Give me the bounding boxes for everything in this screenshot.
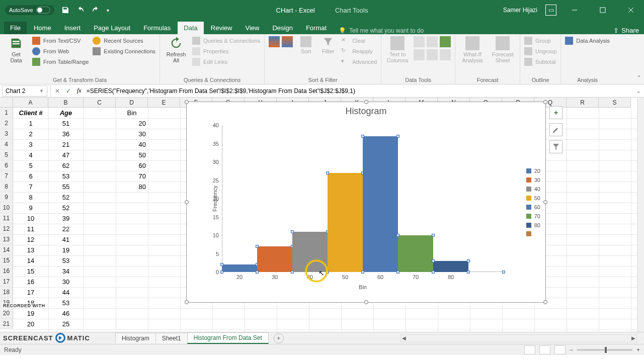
series-point[interactable] (432, 234, 435, 237)
zoom-in-button[interactable]: + (636, 346, 640, 353)
series-point[interactable] (396, 270, 399, 274)
tab-data[interactable]: Data (178, 22, 203, 34)
tab-view[interactable]: View (239, 22, 265, 34)
cell[interactable]: 41 (48, 234, 84, 245)
chart-bar[interactable] (433, 261, 468, 272)
data-model-icon[interactable] (440, 49, 451, 60)
share-button[interactable]: ⇪ Share (613, 27, 639, 34)
resize-handle[interactable] (185, 100, 189, 104)
legend-item[interactable]: 80 (526, 222, 540, 228)
cell[interactable]: 15 (13, 266, 48, 277)
remove-dup-icon[interactable] (427, 36, 438, 47)
cancel-formula-icon[interactable]: ✕ (52, 87, 63, 95)
cell[interactable]: 40 (116, 139, 148, 150)
sort-button[interactable]: Sort (297, 36, 315, 54)
chart-bar[interactable] (328, 173, 363, 272)
normal-view-button[interactable] (524, 345, 535, 354)
cell[interactable]: 20 (116, 118, 148, 129)
series-point[interactable] (291, 230, 294, 233)
legend-item[interactable]: 30 (526, 177, 540, 183)
cell[interactable]: 51 (48, 118, 84, 129)
series-point[interactable] (256, 245, 259, 248)
chart-elements-button[interactable]: + (549, 106, 562, 119)
name-box[interactable]: Chart 2 ▼ (2, 85, 47, 97)
legend-item[interactable]: 40 (526, 186, 540, 192)
data-val-icon[interactable] (440, 36, 451, 47)
cell[interactable]: 36 (48, 129, 84, 139)
legend-item[interactable]: 60 (526, 204, 540, 210)
chart-bar[interactable] (398, 235, 433, 272)
row-header[interactable]: 20 (0, 308, 13, 319)
legend-item[interactable]: 50 (526, 195, 540, 201)
cell[interactable]: 47 (48, 150, 84, 160)
cell[interactable]: 62 (48, 160, 84, 171)
cell[interactable]: 2 (13, 129, 48, 139)
legend-item[interactable] (526, 231, 540, 236)
tab-format[interactable]: Format (300, 22, 333, 34)
cell[interactable]: 13 (13, 245, 48, 255)
chart-title[interactable]: Histogram (187, 102, 545, 119)
close-button[interactable] (621, 0, 641, 20)
cell[interactable]: 44 (48, 287, 84, 298)
column-header[interactable]: D (116, 98, 148, 108)
tab-design[interactable]: Design (266, 22, 298, 34)
from-text-csv-button[interactable]: From Text/CSV (32, 36, 89, 45)
resize-handle[interactable] (364, 100, 368, 104)
tab-review[interactable]: Review (205, 22, 238, 34)
cell[interactable]: 14 (13, 255, 48, 266)
fx-icon[interactable]: fx (74, 87, 85, 95)
collapse-ribbon-icon[interactable]: ˄ (637, 74, 641, 82)
legend-item[interactable]: 70 (526, 213, 540, 219)
cell[interactable]: 1 (13, 118, 48, 129)
cell[interactable]: 10 (13, 213, 48, 224)
tab-page-layout[interactable]: Page Layout (88, 22, 136, 34)
column-header[interactable]: E (148, 98, 180, 108)
sheet-tab[interactable]: Histogram (115, 333, 156, 343)
sort-za-icon[interactable] (282, 36, 293, 47)
from-web-button[interactable]: From Web (32, 47, 89, 56)
cell[interactable]: 9 (13, 203, 48, 213)
cell[interactable]: Client # (13, 108, 48, 118)
row-header[interactable]: 1 (0, 108, 13, 118)
resize-handle[interactable] (185, 300, 189, 304)
formula-input[interactable]: =SERIES("Frequency",'Histogram From Data… (85, 87, 633, 95)
cell[interactable]: 60 (116, 160, 148, 171)
resize-handle[interactable] (543, 300, 547, 304)
undo-icon[interactable] (76, 6, 85, 14)
column-header[interactable]: B (48, 98, 84, 108)
series-point[interactable] (502, 270, 505, 274)
chevron-down-icon[interactable]: ▼ (39, 88, 44, 94)
cell[interactable]: 19 (48, 245, 84, 255)
chart-bar[interactable] (222, 264, 257, 272)
column-header[interactable]: R (567, 98, 599, 108)
chart-bar[interactable] (363, 136, 398, 272)
row-header[interactable]: 16 (0, 266, 13, 277)
accept-formula-icon[interactable]: ✓ (63, 87, 74, 95)
row-header[interactable]: 5 (0, 150, 13, 160)
cell[interactable]: 6 (13, 171, 48, 182)
queries-connections-button[interactable]: Queries & Connections (192, 36, 260, 45)
tab-home[interactable]: Home (28, 22, 57, 34)
resize-handle[interactable] (543, 200, 547, 204)
page-break-view-button[interactable] (554, 345, 566, 354)
cell[interactable]: 5 (13, 160, 48, 171)
user-avatar-icon[interactable]: ▭ (545, 5, 556, 16)
series-point[interactable] (291, 270, 294, 274)
cell[interactable]: 53 (48, 298, 84, 308)
cell[interactable]: 55 (48, 182, 84, 192)
sheet-tab[interactable]: Histogram From Data Set (187, 332, 269, 344)
cell[interactable]: Bin (116, 108, 148, 118)
minimize-button[interactable] (565, 0, 585, 20)
scroll-right-icon[interactable]: ▶ (631, 335, 635, 341)
series-point[interactable] (396, 135, 399, 138)
tab-file[interactable]: File (4, 22, 27, 34)
column-header[interactable]: S (599, 98, 631, 108)
autosave-toggle[interactable]: AutoSave (5, 5, 54, 15)
new-sheet-button[interactable]: + (274, 333, 284, 343)
cell[interactable]: 22 (48, 224, 84, 234)
column-header[interactable]: C (84, 98, 116, 108)
zoom-out-button[interactable]: − (570, 346, 573, 353)
column-header[interactable]: A (13, 98, 48, 108)
cell[interactable]: 50 (116, 150, 148, 160)
cell[interactable]: 30 (116, 129, 148, 139)
